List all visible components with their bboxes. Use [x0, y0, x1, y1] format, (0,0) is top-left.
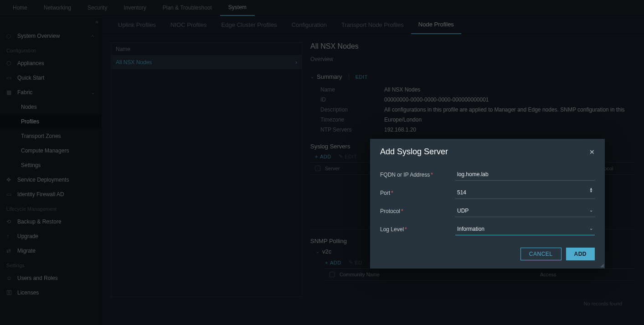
fqdn-input[interactable] — [455, 169, 595, 181]
loglevel-select[interactable]: Information — [455, 224, 595, 235]
loglevel-label: Log Level* — [380, 226, 455, 233]
port-label: Port* — [380, 190, 455, 196]
protocol-select[interactable]: UDP — [455, 206, 595, 217]
modal-close-button[interactable]: ✕ — [589, 148, 595, 156]
fqdn-label: FQDN or IP Address* — [380, 172, 455, 178]
protocol-label: Protocol* — [380, 208, 455, 214]
cancel-button[interactable]: CANCEL — [520, 248, 562, 260]
modal-title: Add Syslog Server — [380, 147, 448, 157]
port-input[interactable] — [455, 188, 595, 199]
add-syslog-modal: Add Syslog Server ✕ FQDN or IP Address* … — [370, 139, 605, 269]
add-button[interactable]: ADD — [566, 248, 595, 260]
